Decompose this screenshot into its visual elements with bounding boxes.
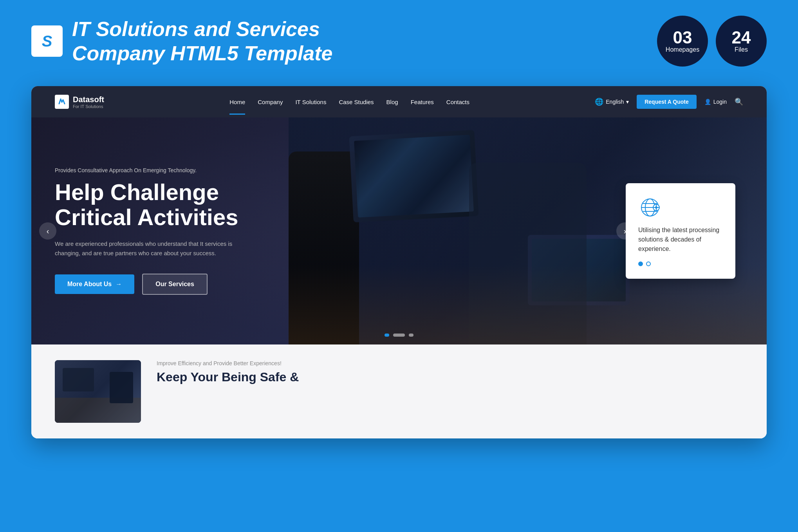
brand-area: S IT Solutions and Services Company HTML…	[31, 17, 333, 66]
website-mockup: Datasoft For IT Solutions Home Company I…	[31, 86, 767, 438]
site-header-right: 🌐 English ▾ Request A Quote 👤 Login 🔍	[595, 95, 743, 109]
slider-arrow-right[interactable]: ›	[616, 222, 634, 240]
hero-description: We are experienced professionals who und…	[55, 239, 243, 258]
nav-blog[interactable]: Blog	[386, 99, 398, 105]
info-card: Utilising the latest processing solution…	[626, 183, 735, 279]
nav-company[interactable]: Company	[258, 99, 283, 105]
site-logo-text: Datasoft For IT Solutions	[73, 95, 104, 109]
more-about-us-button[interactable]: More About Us →	[55, 274, 134, 294]
info-dot-2[interactable]	[646, 261, 651, 266]
info-card-text: Utilising the latest processing solution…	[638, 225, 723, 254]
nav-case-studies[interactable]: Case Studies	[339, 99, 374, 105]
nav-features[interactable]: Features	[411, 99, 434, 105]
brand-logo-icon: S	[31, 25, 63, 57]
hero-content: Provides Consultative Approach On Emergi…	[31, 167, 266, 295]
bottom-preview-content: Improve Efficiency and Provide Better Ex…	[157, 360, 743, 384]
slider-indicators	[385, 334, 413, 337]
search-icon[interactable]: 🔍	[735, 97, 743, 106]
top-section: S IT Solutions and Services Company HTML…	[0, 0, 798, 86]
site-logo-sub: For IT Solutions	[73, 104, 104, 109]
badge-files: 24 Files	[716, 16, 767, 67]
nav-home[interactable]: Home	[229, 99, 245, 105]
badge-homepages-number: 03	[673, 29, 692, 46]
bottom-preview-title: Keep Your Being Safe &	[157, 370, 743, 384]
bottom-preview-section: Improve Efficiency and Provide Better Ex…	[31, 344, 767, 438]
site-logo: Datasoft For IT Solutions	[55, 95, 104, 109]
badge-files-label: Files	[735, 46, 748, 53]
brand-title: IT Solutions and Services Company HTML5 …	[72, 17, 333, 66]
site-nav: Home Company IT Solutions Case Studies B…	[229, 99, 469, 105]
slide-indicator-1[interactable]	[385, 334, 389, 337]
chevron-down-icon: ▾	[626, 99, 629, 105]
hero-title: Help Challenge Critical Activities	[55, 180, 243, 230]
nav-contacts[interactable]: Contacts	[446, 99, 469, 105]
info-dot-1[interactable]	[638, 261, 643, 266]
hero-buttons: More About Us → Our Services	[55, 274, 243, 295]
hero-subtitle: Provides Consultative Approach On Emergi…	[55, 167, 243, 173]
language-label: English	[606, 99, 624, 105]
hero-section: ‹ Provides Consultative Approach On Emer…	[31, 117, 767, 344]
language-selector[interactable]: 🌐 English ▾	[595, 97, 629, 106]
laptop-shape-1	[349, 130, 479, 222]
bottom-preview-image	[55, 360, 141, 423]
slide-indicator-2[interactable]	[393, 334, 405, 337]
arrow-right-icon: →	[116, 281, 122, 288]
badges-area: 03 Homepages 24 Files	[657, 16, 767, 67]
our-services-button[interactable]: Our Services	[142, 274, 208, 295]
badge-files-number: 24	[732, 29, 751, 46]
badge-homepages-label: Homepages	[666, 46, 699, 53]
site-header: Datasoft For IT Solutions Home Company I…	[31, 86, 767, 117]
login-button[interactable]: 👤 Login	[704, 99, 727, 105]
slide-indicator-3[interactable]	[409, 334, 413, 337]
slider-arrow-left[interactable]: ‹	[39, 222, 56, 240]
badge-homepages: 03 Homepages	[657, 16, 708, 67]
site-logo-icon	[55, 95, 69, 109]
globe-icon: 🌐	[595, 97, 603, 106]
bottom-preview-subtitle: Improve Efficiency and Provide Better Ex…	[157, 360, 743, 366]
site-logo-name: Datasoft	[73, 95, 104, 104]
info-card-globe-icon	[638, 196, 662, 219]
nav-it-solutions[interactable]: IT Solutions	[295, 99, 326, 105]
request-quote-button[interactable]: Request A Quote	[637, 95, 697, 109]
info-card-dots	[638, 261, 723, 266]
user-icon: 👤	[704, 99, 711, 105]
